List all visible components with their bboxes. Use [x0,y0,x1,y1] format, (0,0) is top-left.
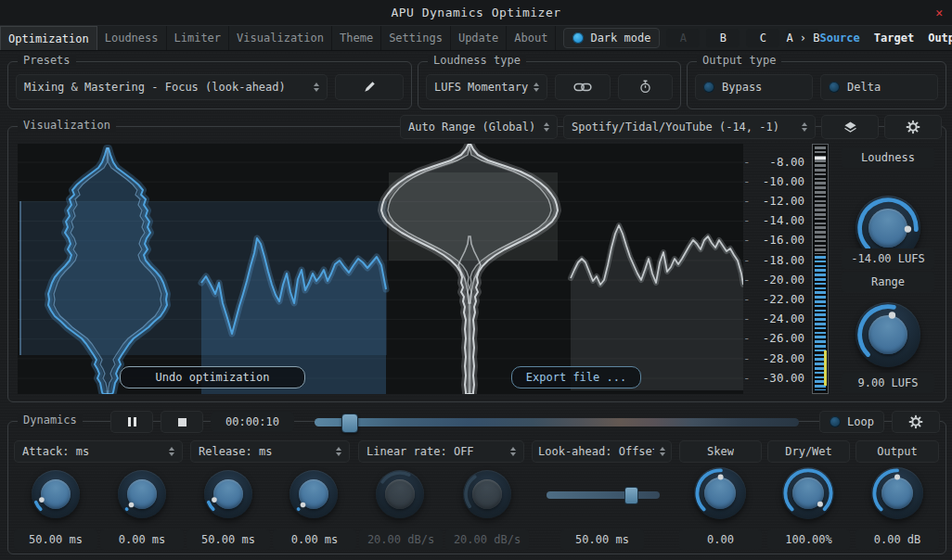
attack-mode-dropdown[interactable]: Attack: ms [14,440,183,463]
loudness-type-group-label: Loudness type [428,54,526,67]
loop-toggle[interactable]: Loop [819,411,884,433]
loudness-plot[interactable] [18,144,743,394]
output-gain-value[interactable]: 0.00 dB [856,529,939,550]
loudness-type-value: LUFS Momentary [434,81,528,94]
dark-mode-toggle[interactable]: Dark mode [563,28,660,48]
stop-button[interactable] [161,411,203,433]
edit-preset-button[interactable] [335,74,404,100]
look-ahead-dropdown[interactable]: Look-ahead: Offset [532,440,672,463]
tab-strip: OptimizationLoudnessLimiterVisualization… [0,26,556,50]
range-mode-dropdown[interactable]: Auto Range (Global) [400,115,558,139]
target-preset-dropdown[interactable]: Spotify/Tidal/YouTube (-14, -1) [563,115,816,139]
tab-update[interactable]: Update [451,26,507,50]
axis-label: --24.00 [743,312,804,326]
title-bar: APU Dynamics Optimizer ✕ [0,0,952,25]
tab-settings[interactable]: Settings [381,26,451,50]
linear-rate-down-value[interactable]: 20.00 dB/s [445,529,529,550]
spinner-icon [796,122,807,132]
loudness-type-group: Loudness type LUFS Momentary [418,61,681,109]
release-time-knob[interactable] [202,468,254,520]
preset-value: Mixing & Mastering - Focus (look-ahead) [24,81,286,94]
output-gain-knob[interactable] [869,465,925,521]
loudness-target-value[interactable]: -14.00 LUFS [842,248,934,269]
tab-loudness[interactable]: Loudness [97,26,167,50]
linear-rate-down-knob[interactable] [461,468,513,520]
attack-alt-knob[interactable] [116,468,168,520]
layers-icon [843,121,857,134]
target-panel: Loudness -14.00 LUFS Range 9.00 LUFS [840,144,936,394]
signal-output-button[interactable]: Output [928,32,952,45]
layers-button[interactable] [821,115,879,139]
loop-label: Loop [847,415,874,428]
transport-thumb[interactable] [341,414,358,433]
delta-radio-icon [829,82,840,93]
skew-value[interactable]: 0.00 [679,529,762,550]
dry-wet-value[interactable]: 100.00% [767,529,850,550]
range-target-knob[interactable] [854,300,922,369]
export-file-button[interactable]: Export file ... [511,366,641,388]
look-ahead-thumb[interactable] [624,487,638,504]
plot-canvas [18,144,743,394]
visualization-group-label: Visualization [18,119,116,132]
attack-time-value[interactable]: 50.00 ms [14,529,97,550]
window-title: APU Dynamics Optimizer [0,6,952,19]
tab-visualization[interactable]: Visualization [229,26,332,50]
spinner-icon [505,447,516,456]
look-ahead-track[interactable] [547,491,660,499]
release-alt-value[interactable]: 0.00 ms [273,529,356,550]
dynamics-settings-button[interactable] [892,411,940,433]
tab-theme[interactable]: Theme [332,26,381,50]
range-mode-value: Auto Range (Global) [408,121,535,134]
presets-group-label: Presets [18,54,76,67]
dark-mode-radio-icon [572,32,584,44]
signal-selector: Source Target Output [819,32,952,45]
signal-target-button[interactable]: Target [874,32,914,45]
linear-rate-up-value[interactable]: 20.00 dB/s [359,529,443,550]
visualization-settings-button[interactable] [884,115,942,139]
skew-knob[interactable] [692,465,748,521]
copy-a-to-b-button[interactable]: A › B [786,29,819,47]
loudness-type-dropdown[interactable]: LUFS Momentary [426,74,547,100]
dry-wet-knob[interactable] [780,465,836,521]
pause-button[interactable] [110,411,153,433]
release-mode-dropdown[interactable]: Release: ms [190,440,350,463]
axis-label: --12.00 [743,194,804,209]
attack-time-knob[interactable] [30,468,82,520]
look-ahead-value[interactable]: 50.00 ms [560,529,644,550]
tab-about[interactable]: About [507,26,556,50]
undo-optimization-button[interactable]: Undo optimization [120,366,305,388]
target-preset-value: Spotify/Tidal/YouTube (-14, -1) [572,121,779,134]
output-type-group-label: Output type [697,54,781,67]
preset-dropdown[interactable]: Mixing & Mastering - Focus (look-ahead) [16,74,328,100]
look-ahead-slider[interactable] [547,487,660,503]
attack-alt-value[interactable]: 0.00 ms [100,529,184,550]
delta-toggle[interactable]: Delta [820,74,938,100]
link-channels-button[interactable] [555,74,610,100]
pencil-icon [363,80,377,94]
skew-header: Skew [679,440,762,463]
spinner-icon [308,83,319,92]
dynamics-group: Dynamics 00:00:10 Loop Attack: ms [7,421,946,554]
release-time-value[interactable]: 50.00 ms [187,529,270,550]
close-icon[interactable]: ✕ [935,6,943,19]
bypass-toggle[interactable]: Bypass [695,74,813,100]
transport-track[interactable] [315,418,799,426]
release-alt-knob[interactable] [288,468,340,520]
preset-c-button[interactable]: C [746,29,779,47]
linear-rate-dropdown[interactable]: Linear rate: OFF [358,440,524,463]
linear-rate-up-knob[interactable] [374,468,426,520]
axis-label: --22.00 [743,292,804,307]
preset-b-button[interactable]: B [706,29,740,47]
range-target-value[interactable]: 9.00 LUFS [842,373,934,393]
transport-slider[interactable] [315,412,799,432]
signal-source-button[interactable]: Source [819,32,859,45]
spinner-icon [538,122,549,132]
integration-time-button[interactable] [618,74,673,100]
output-type-group: Output type Bypass Delta [687,61,946,109]
preset-a-button[interactable]: A [666,29,700,47]
tab-limiter[interactable]: Limiter [167,26,230,50]
tab-optimization[interactable]: Optimization [0,26,97,50]
axis-label: --14.00 [743,213,804,228]
spinner-icon [163,447,174,456]
axis-label: --18.00 [743,253,804,268]
